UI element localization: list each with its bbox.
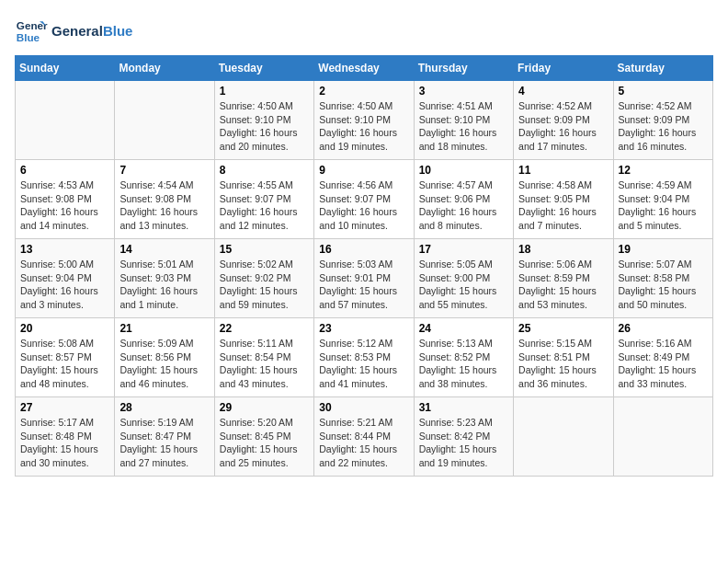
calendar-header: SundayMondayTuesdayWednesdayThursdayFrid… [16,56,713,81]
day-info: Sunrise: 5:13 AM Sunset: 8:52 PM Dayligh… [419,337,508,391]
day-number: 30 [319,401,408,414]
calendar-body: 1Sunrise: 4:50 AM Sunset: 9:10 PM Daylig… [16,81,713,477]
day-cell: 22Sunrise: 5:11 AM Sunset: 8:54 PM Dayli… [214,318,313,397]
day-number: 2 [319,85,408,98]
day-cell: 5Sunrise: 4:52 AM Sunset: 9:09 PM Daylig… [613,81,712,160]
day-info: Sunrise: 5:15 AM Sunset: 8:51 PM Dayligh… [518,337,608,391]
day-number: 23 [319,322,408,335]
day-cell: 27Sunrise: 5:17 AM Sunset: 8:48 PM Dayli… [16,397,115,477]
day-number: 18 [518,243,608,256]
header-cell-monday: Monday [115,56,214,81]
logo-icon: General Blue [15,15,48,48]
day-info: Sunrise: 4:56 AM Sunset: 9:07 PM Dayligh… [319,178,408,233]
day-number: 20 [20,322,109,335]
day-info: Sunrise: 4:59 AM Sunset: 9:04 PM Dayligh… [619,178,708,233]
day-number: 13 [20,243,109,256]
day-number: 16 [319,243,408,256]
day-cell: 26Sunrise: 5:16 AM Sunset: 8:49 PM Dayli… [613,318,712,397]
day-cell [613,397,712,477]
day-info: Sunrise: 4:53 AM Sunset: 9:08 PM Dayligh… [20,178,109,233]
day-cell: 20Sunrise: 5:08 AM Sunset: 8:57 PM Dayli… [16,318,115,397]
day-cell: 28Sunrise: 5:19 AM Sunset: 8:47 PM Dayli… [115,397,214,477]
logo-text: GeneralBlue [51,23,132,40]
day-cell: 2Sunrise: 4:50 AM Sunset: 9:10 PM Daylig… [314,81,414,160]
day-cell: 25Sunrise: 5:15 AM Sunset: 8:51 PM Dayli… [514,318,613,397]
day-cell: 13Sunrise: 5:00 AM Sunset: 9:04 PM Dayli… [16,239,115,318]
day-number: 26 [619,322,708,335]
day-info: Sunrise: 5:16 AM Sunset: 8:49 PM Dayligh… [619,337,708,391]
calendar-table: SundayMondayTuesdayWednesdayThursdayFrid… [15,55,713,477]
day-cell: 6Sunrise: 4:53 AM Sunset: 9:08 PM Daylig… [16,160,115,239]
day-cell: 21Sunrise: 5:09 AM Sunset: 8:56 PM Dayli… [115,318,214,397]
day-info: Sunrise: 5:05 AM Sunset: 9:00 PM Dayligh… [419,258,508,312]
day-info: Sunrise: 4:55 AM Sunset: 9:07 PM Dayligh… [220,178,309,233]
day-cell: 8Sunrise: 4:55 AM Sunset: 9:07 PM Daylig… [214,160,313,239]
day-info: Sunrise: 4:57 AM Sunset: 9:06 PM Dayligh… [419,178,508,233]
day-info: Sunrise: 5:01 AM Sunset: 9:03 PM Dayligh… [119,258,209,312]
week-row-1: 1Sunrise: 4:50 AM Sunset: 9:10 PM Daylig… [16,81,713,160]
day-cell: 31Sunrise: 5:23 AM Sunset: 8:42 PM Dayli… [414,397,513,477]
day-number: 19 [619,243,708,256]
week-row-2: 6Sunrise: 4:53 AM Sunset: 9:08 PM Daylig… [16,160,713,239]
day-cell: 16Sunrise: 5:03 AM Sunset: 9:01 PM Dayli… [314,239,414,318]
day-info: Sunrise: 5:07 AM Sunset: 8:58 PM Dayligh… [619,258,708,312]
day-info: Sunrise: 5:11 AM Sunset: 8:54 PM Dayligh… [220,337,309,391]
day-cell: 9Sunrise: 4:56 AM Sunset: 9:07 PM Daylig… [314,160,414,239]
day-cell [514,397,613,477]
day-number: 6 [20,164,109,177]
day-info: Sunrise: 5:12 AM Sunset: 8:53 PM Dayligh… [319,337,408,391]
page-header: General Blue GeneralBlue [15,15,713,48]
header-cell-thursday: Thursday [414,56,513,81]
day-cell: 18Sunrise: 5:06 AM Sunset: 8:59 PM Dayli… [514,239,613,318]
day-cell: 24Sunrise: 5:13 AM Sunset: 8:52 PM Dayli… [414,318,513,397]
day-number: 7 [119,164,209,177]
day-cell: 17Sunrise: 5:05 AM Sunset: 9:00 PM Dayli… [414,239,513,318]
day-cell: 19Sunrise: 5:07 AM Sunset: 8:58 PM Dayli… [613,239,712,318]
day-info: Sunrise: 4:51 AM Sunset: 9:10 PM Dayligh… [419,99,508,154]
day-number: 15 [220,243,309,256]
day-number: 5 [619,85,708,98]
day-cell: 4Sunrise: 4:52 AM Sunset: 9:09 PM Daylig… [514,81,613,160]
header-cell-wednesday: Wednesday [314,56,414,81]
logo: General Blue GeneralBlue [15,15,132,48]
day-cell: 14Sunrise: 5:01 AM Sunset: 9:03 PM Dayli… [115,239,214,318]
day-info: Sunrise: 5:06 AM Sunset: 8:59 PM Dayligh… [518,258,608,312]
day-number: 11 [518,164,608,177]
day-cell: 29Sunrise: 5:20 AM Sunset: 8:45 PM Dayli… [214,397,313,477]
header-cell-sunday: Sunday [16,56,115,81]
week-row-3: 13Sunrise: 5:00 AM Sunset: 9:04 PM Dayli… [16,239,713,318]
day-info: Sunrise: 5:17 AM Sunset: 8:48 PM Dayligh… [20,416,109,470]
day-info: Sunrise: 4:54 AM Sunset: 9:08 PM Dayligh… [119,178,209,233]
day-number: 4 [518,85,608,98]
day-info: Sunrise: 4:50 AM Sunset: 9:10 PM Dayligh… [220,99,309,154]
day-info: Sunrise: 5:00 AM Sunset: 9:04 PM Dayligh… [20,258,109,312]
week-row-4: 20Sunrise: 5:08 AM Sunset: 8:57 PM Dayli… [16,318,713,397]
day-number: 29 [220,401,309,414]
day-info: Sunrise: 5:02 AM Sunset: 9:02 PM Dayligh… [220,258,309,312]
week-row-5: 27Sunrise: 5:17 AM Sunset: 8:48 PM Dayli… [16,397,713,477]
day-number: 25 [518,322,608,335]
day-number: 22 [220,322,309,335]
day-info: Sunrise: 5:23 AM Sunset: 8:42 PM Dayligh… [419,416,508,470]
day-number: 3 [419,85,508,98]
svg-text:General: General [17,19,48,31]
day-cell: 11Sunrise: 4:58 AM Sunset: 9:05 PM Dayli… [514,160,613,239]
day-info: Sunrise: 5:08 AM Sunset: 8:57 PM Dayligh… [20,337,109,391]
day-number: 21 [119,322,209,335]
day-cell [16,81,115,160]
day-number: 27 [20,401,109,414]
day-number: 17 [419,243,508,256]
day-number: 12 [619,164,708,177]
day-cell: 7Sunrise: 4:54 AM Sunset: 9:08 PM Daylig… [115,160,214,239]
day-number: 24 [419,322,508,335]
day-cell: 23Sunrise: 5:12 AM Sunset: 8:53 PM Dayli… [314,318,414,397]
day-number: 14 [119,243,209,256]
day-info: Sunrise: 4:58 AM Sunset: 9:05 PM Dayligh… [518,178,608,233]
day-info: Sunrise: 5:20 AM Sunset: 8:45 PM Dayligh… [220,416,309,470]
day-number: 9 [319,164,408,177]
day-number: 1 [220,85,309,98]
day-number: 28 [119,401,209,414]
day-info: Sunrise: 5:03 AM Sunset: 9:01 PM Dayligh… [319,258,408,312]
day-info: Sunrise: 5:21 AM Sunset: 8:44 PM Dayligh… [319,416,408,470]
day-info: Sunrise: 4:52 AM Sunset: 9:09 PM Dayligh… [518,99,608,154]
